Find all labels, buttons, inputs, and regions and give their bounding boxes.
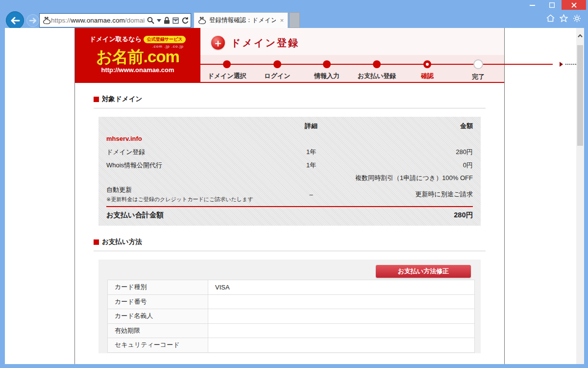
favorites-button[interactable] bbox=[559, 14, 568, 23]
webpage-container: ドメイン取るなら 公式登録サービス .com .jp .co.jp お名前.co… bbox=[74, 28, 505, 364]
step-dot bbox=[223, 60, 231, 68]
forward-arrow-icon bbox=[29, 18, 37, 24]
auto-renewal-row: 自動更新 ※更新料金はご登録のクレジットカードにご請求いたします – 更新時に別… bbox=[106, 184, 473, 206]
discount-text: 複数同時割引（1申請につき）100% OFF bbox=[350, 174, 473, 183]
close-button[interactable] bbox=[562, 0, 586, 10]
logo-tagline: ドメイン取るなら bbox=[90, 35, 142, 44]
table-header-row: 詳細 金額 bbox=[106, 121, 473, 131]
table-row: カード種別 VISA bbox=[108, 280, 474, 295]
maximize-button[interactable] bbox=[542, 0, 562, 10]
refresh-icon[interactable] bbox=[181, 17, 189, 24]
window-controls bbox=[522, 0, 586, 10]
table-row: カード名義人 bbox=[108, 309, 474, 324]
step-dot-todo bbox=[473, 59, 483, 69]
browser-tab[interactable]: 登録情報確認：ドメイン取る... × bbox=[194, 12, 288, 28]
section-bullet-icon bbox=[94, 97, 99, 102]
back-button[interactable] bbox=[6, 11, 24, 29]
wizard-header: ＋ ドメイン登録 ドメイン選択 ログイン bbox=[200, 28, 504, 82]
back-arrow-icon bbox=[10, 17, 20, 25]
onamae-logo[interactable]: ドメイン取るなら 公式登録サービス .com .jp .co.jp お名前.co… bbox=[75, 28, 200, 83]
address-bar[interactable]: https://www.onamae.com/domai bbox=[39, 13, 191, 27]
new-tab-button[interactable] bbox=[289, 12, 300, 28]
step-payment: お支払い登録 bbox=[347, 60, 406, 80]
onamae-favicon-icon bbox=[43, 17, 51, 24]
card-info-table: カード種別 VISA カード番号 カード名義人 有効期限 bbox=[107, 280, 475, 353]
edit-payment-button[interactable]: お支払い方法修正 bbox=[376, 265, 471, 278]
compatibility-view-icon[interactable] bbox=[172, 17, 179, 24]
step-confirm: 確認 bbox=[398, 60, 457, 80]
forward-button[interactable] bbox=[26, 14, 39, 27]
total-amount: 280円 bbox=[350, 210, 473, 220]
close-icon bbox=[571, 2, 577, 8]
url-text: https://www.onamae.com/domai bbox=[51, 17, 145, 24]
total-row: お支払い合計金額 280円 bbox=[106, 207, 473, 223]
table-row: カード番号 bbox=[108, 295, 474, 310]
maximize-icon bbox=[549, 2, 555, 8]
page-viewport: ドメイン取るなら 公式登録サービス .com .jp .co.jp お名前.co… bbox=[5, 28, 576, 364]
discount-row: 複数同時割引（1申請につき）100% OFF bbox=[106, 172, 473, 184]
tab-favicon-icon bbox=[198, 17, 206, 24]
site-header: ドメイン取るなら 公式登録サービス .com .jp .co.jp お名前.co… bbox=[75, 28, 504, 83]
step-complete: 完了 bbox=[449, 60, 508, 81]
section-divider bbox=[94, 251, 486, 251]
settings-gear-icon bbox=[573, 14, 581, 23]
search-icon[interactable] bbox=[147, 17, 154, 24]
plus-icon: ＋ bbox=[211, 36, 225, 50]
section-payment-method: お支払い方法 bbox=[94, 237, 486, 246]
section-divider bbox=[94, 108, 486, 108]
tab-close-icon[interactable]: × bbox=[279, 16, 285, 25]
wizard-title: ドメイン登録 bbox=[231, 36, 299, 50]
favorites-star-icon bbox=[560, 14, 568, 22]
minimize-button[interactable] bbox=[522, 0, 542, 10]
progress-arrow-icon bbox=[560, 62, 563, 67]
scroll-up-button[interactable] bbox=[577, 32, 584, 40]
home-button[interactable] bbox=[546, 14, 555, 23]
payment-panel: お支払い方法修正 カード種別 VISA カード番号 カード名義人 bbox=[98, 260, 481, 353]
table-row: Whois情報公開代行 1年 0円 bbox=[106, 158, 473, 172]
chevron-down-icon[interactable] bbox=[157, 19, 161, 22]
card-type-value: VISA bbox=[208, 284, 230, 291]
lock-icon bbox=[164, 17, 170, 24]
step-dot bbox=[273, 60, 281, 68]
browser-window: https://www.onamae.com/domai 登録情報確認：ドメイン… bbox=[0, 0, 588, 368]
logo-url: http://www.onamae.com bbox=[75, 66, 200, 74]
renewal-note: ※更新料金はご登録のクレジットカードにご請求いたします bbox=[106, 196, 272, 203]
progress-line-dotted bbox=[565, 64, 576, 65]
logo-brand-text: お名前.com bbox=[75, 49, 200, 66]
logo-badge: 公式登録サービス bbox=[144, 36, 186, 43]
step-dot-current bbox=[423, 60, 431, 68]
table-row: セキュリティーコード bbox=[108, 338, 474, 353]
table-row: 有効期限 bbox=[108, 324, 474, 339]
settings-button[interactable] bbox=[572, 14, 581, 23]
domain-name: mhserv.info bbox=[106, 135, 272, 142]
home-icon bbox=[546, 14, 555, 22]
renewal-label: 自動更新 bbox=[106, 185, 272, 194]
step-dot bbox=[323, 60, 331, 68]
step-dot bbox=[373, 60, 381, 68]
section-target-domain: 対象ドメイン bbox=[94, 95, 486, 104]
domain-summary-table: 詳細 金額 mhserv.info ドメイン登録 1年 280円 Whois情報… bbox=[98, 117, 481, 226]
step-domain-select: ドメイン選択 bbox=[197, 60, 256, 80]
scrollbar-thumb[interactable] bbox=[577, 45, 583, 146]
minimize-icon bbox=[530, 2, 535, 8]
domain-name-row: mhserv.info bbox=[106, 131, 473, 145]
chevron-up-icon bbox=[578, 34, 583, 37]
table-row: ドメイン登録 1年 280円 bbox=[106, 145, 473, 158]
scrollbar[interactable] bbox=[576, 28, 584, 364]
section-bullet-icon bbox=[94, 239, 99, 245]
tab-title: 登録情報確認：ドメイン取る... bbox=[209, 16, 276, 25]
